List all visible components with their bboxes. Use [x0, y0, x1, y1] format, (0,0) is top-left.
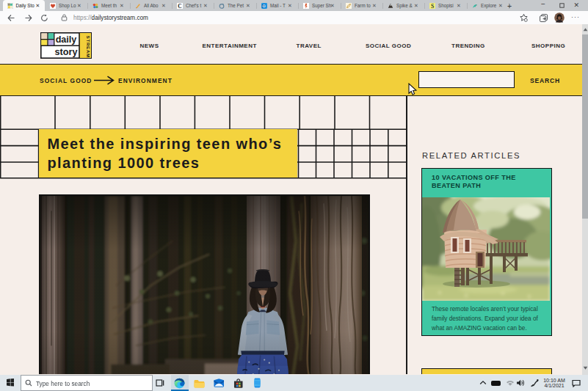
svg-text:STREAM: STREAM [86, 35, 91, 57]
svg-text:C: C [178, 3, 181, 9]
svg-text:daily: daily [55, 34, 76, 45]
svg-text:story: story [54, 47, 77, 57]
svg-text:S: S [431, 3, 434, 9]
